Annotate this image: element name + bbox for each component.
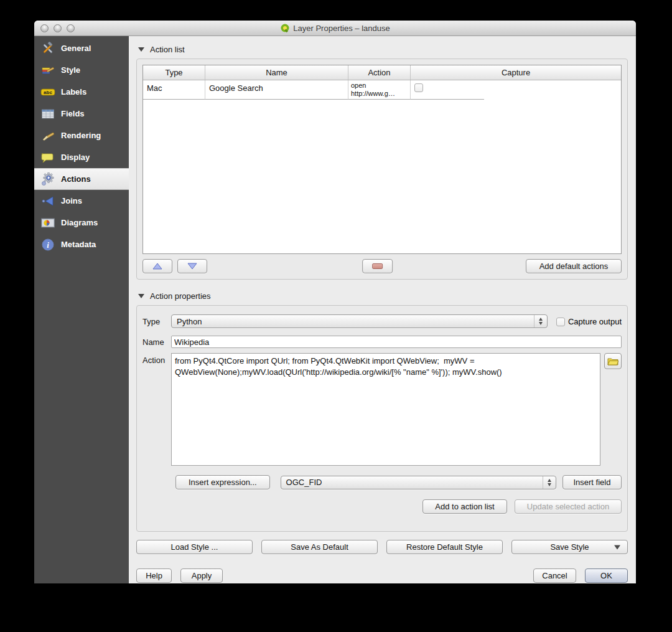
update-selected-action-button[interactable]: Update selected action	[515, 499, 622, 514]
help-button[interactable]: Help	[136, 568, 172, 583]
column-header-capture[interactable]: Capture	[411, 65, 621, 80]
type-combobox-value: Python	[177, 317, 202, 326]
sidebar-item-fields[interactable]: Fields	[34, 103, 129, 125]
sidebar-item-label: Diagrams	[61, 218, 98, 227]
layer-properties-window: Layer Properties – landuse General	[34, 21, 636, 583]
insert-field-button[interactable]: Insert field	[562, 475, 622, 489]
save-style-dropdown-button[interactable]: Save Style	[511, 540, 628, 554]
chevron-down-icon	[614, 545, 620, 549]
load-style-button[interactable]: Load Style ...	[136, 540, 253, 554]
action-list-header[interactable]: Action list	[138, 44, 628, 55]
field-combobox-value: OGC_FID	[286, 478, 322, 487]
sidebar-item-label: General	[61, 44, 91, 53]
action-table-header: Type Name Action Capture	[143, 65, 621, 80]
sidebar-item-label: Rendering	[61, 131, 101, 140]
cell-action[interactable]: open http://www.g…	[348, 80, 411, 100]
sidebar-item-general[interactable]: General	[34, 37, 129, 59]
cell-type[interactable]: Mac	[143, 80, 205, 100]
collapse-triangle-icon	[138, 47, 144, 52]
table-row[interactable]: Mac Google Search open http://www.g…	[143, 80, 621, 100]
minimize-window-button[interactable]	[54, 24, 62, 32]
capture-checkbox[interactable]	[414, 83, 423, 92]
sidebar-item-rendering[interactable]: Rendering	[34, 125, 129, 146]
sidebar: General Style abc	[34, 36, 129, 583]
sidebar-item-label: Metadata	[61, 240, 96, 249]
column-header-name[interactable]: Name	[205, 65, 348, 80]
cell-capture	[411, 80, 621, 100]
sidebar-item-labels[interactable]: abc Labels	[34, 81, 129, 103]
sidebar-item-label: Joins	[61, 196, 82, 205]
apply-button[interactable]: Apply	[180, 568, 223, 583]
svg-text:abc: abc	[44, 90, 52, 95]
action-table: Type Name Action Capture Mac Google Sear…	[142, 65, 622, 254]
sidebar-item-metadata[interactable]: i Metadata	[34, 233, 129, 255]
insert-expression-button[interactable]: Insert expression...	[175, 475, 270, 489]
gears-play-icon	[40, 172, 55, 187]
window-title-area: Layer Properties – landuse	[34, 21, 636, 35]
add-default-actions-button[interactable]: Add default actions	[526, 259, 622, 273]
capture-output-label: Capture output	[568, 317, 622, 326]
close-window-button[interactable]	[40, 24, 49, 32]
action-properties-header[interactable]: Action properties	[138, 290, 628, 301]
join-arrow-icon	[40, 194, 55, 209]
sidebar-item-actions[interactable]: Actions	[34, 168, 129, 190]
ok-button[interactable]: OK	[585, 568, 628, 583]
add-to-action-list-button[interactable]: Add to action list	[422, 499, 507, 514]
sidebar-item-label: Display	[61, 153, 90, 162]
cancel-button[interactable]: Cancel	[533, 568, 576, 583]
restore-default-style-button[interactable]: Restore Default Style	[386, 540, 503, 554]
column-header-action[interactable]: Action	[348, 65, 411, 80]
sidebar-item-diagrams[interactable]: Diagrams	[34, 212, 129, 233]
sidebar-item-style[interactable]: Style	[34, 59, 129, 81]
sidebar-item-label: Fields	[61, 109, 85, 118]
action-code-textarea[interactable]: from PyQt4.QtCore import QUrl; from PyQt…	[171, 353, 600, 466]
move-up-button[interactable]	[142, 259, 172, 273]
sidebar-item-label: Actions	[61, 174, 91, 184]
title-bar: Layer Properties – landuse	[34, 21, 636, 36]
info-icon: i	[40, 237, 55, 252]
collapse-triangle-icon	[138, 294, 144, 298]
sidebar-item-label: Style	[61, 65, 80, 75]
save-style-label: Save Style	[550, 542, 589, 552]
type-combobox[interactable]: Python	[171, 314, 548, 328]
column-header-type[interactable]: Type	[143, 65, 205, 80]
action-properties-groupbox: Type Python Capture output Name Act	[136, 305, 628, 532]
up-arrow-icon	[152, 263, 162, 270]
sidebar-item-label: Labels	[61, 87, 86, 97]
content-area: Action list Type Name Action Capture Mac…	[129, 36, 636, 583]
name-label: Name	[142, 337, 171, 347]
abc-label-icon: abc	[40, 85, 55, 100]
sidebar-item-display[interactable]: Display	[34, 146, 129, 168]
move-down-button[interactable]	[177, 259, 207, 273]
style-brush-icon	[40, 63, 55, 78]
window-title: Layer Properties – landuse	[293, 24, 390, 33]
action-list-groupbox: Type Name Action Capture Mac Google Sear…	[136, 59, 628, 280]
save-as-default-button[interactable]: Save As Default	[261, 540, 378, 554]
type-label: Type	[142, 317, 171, 326]
remove-icon	[372, 263, 383, 269]
tools-icon	[40, 41, 55, 56]
svg-text:i: i	[47, 240, 49, 250]
remove-action-button[interactable]	[362, 259, 393, 273]
sidebar-item-joins[interactable]: Joins	[34, 190, 129, 212]
cell-name[interactable]: Google Search	[205, 80, 348, 100]
name-input[interactable]	[171, 336, 622, 348]
speech-bubble-icon	[40, 150, 55, 165]
browse-file-button[interactable]	[604, 353, 622, 369]
capture-output-checkbox[interactable]	[556, 318, 565, 326]
zoom-window-button[interactable]	[67, 24, 75, 32]
field-combobox[interactable]: OGC_FID	[281, 476, 556, 489]
action-properties-header-label: Action properties	[150, 291, 211, 301]
brush-icon	[40, 128, 55, 143]
pie-chart-icon	[40, 215, 55, 230]
folder-icon	[607, 357, 618, 366]
table-icon	[40, 106, 55, 121]
qgis-icon	[280, 23, 290, 33]
action-label: Action	[142, 353, 171, 365]
spinner-arrows-icon	[534, 315, 547, 328]
action-list-header-label: Action list	[150, 45, 185, 54]
spinner-arrows-icon	[543, 476, 556, 489]
traffic-lights	[40, 24, 75, 32]
down-arrow-icon	[187, 263, 197, 270]
